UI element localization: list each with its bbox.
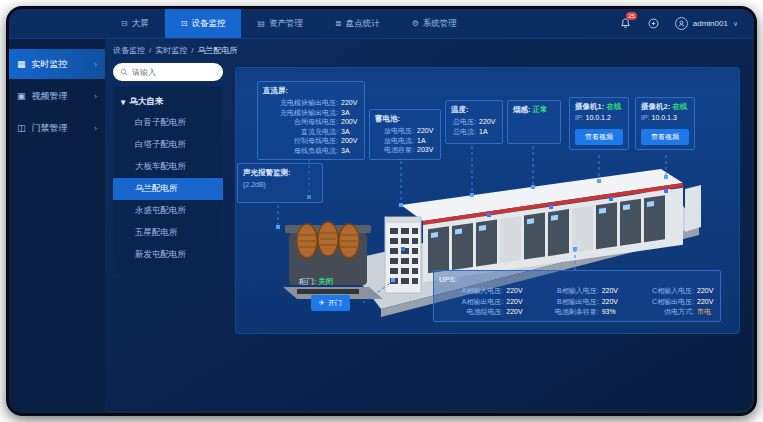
settings-icon: ⚙ (412, 20, 419, 28)
smoke-status: 正常 (533, 105, 548, 114)
search-box[interactable] (113, 63, 223, 81)
username: admin001 (693, 19, 728, 28)
sidebar-item-label: 门禁管理 (32, 122, 68, 135)
camera-1-callout: 摄像机1: 在线IP: 10.0.1.2查看视频 (569, 97, 629, 150)
nav-menu: ⊟大屏⊡设备监控▤资产管理≣盘点统计⚙系统管理 (105, 9, 473, 38)
breadcrumb-item-0[interactable]: 设备监控 (113, 45, 145, 56)
chevron-right-icon: › (94, 60, 97, 69)
door-status: 柜门: 关闭 (299, 277, 333, 287)
navbar-tools: 25 admin001 ∨ (619, 9, 754, 38)
nav-item-1[interactable]: ⊡设备监控 (165, 9, 242, 38)
breadcrumb: 设备监控/实时监控/乌兰配电所 (105, 39, 754, 61)
sidebar-item-0[interactable]: ▦实时监控› (9, 49, 105, 79)
search-input[interactable] (132, 68, 212, 77)
breadcrumb-item-2[interactable]: 乌兰配电所 (197, 45, 237, 56)
metric-row: 总电流:1A (451, 127, 497, 137)
metric-row: B相输出电压:220V (534, 297, 619, 307)
nav-item-label: 资产管理 (269, 18, 303, 30)
breadcrumb-separator: / (191, 46, 193, 55)
sound-alarm-callout: 声光报警监测: (2.2dB) (237, 163, 323, 203)
fullscreen-icon[interactable] (647, 17, 661, 31)
tree-item-0[interactable]: 白音子配电所 (113, 112, 223, 134)
camera-status: 在线 (672, 102, 687, 111)
view-video-button[interactable]: 查看视频 (575, 129, 623, 145)
metric-row: A相输入电压:220V (439, 286, 524, 296)
tree-expand-icon: ▾ (121, 97, 125, 107)
tree-item-5[interactable]: 五星配电所 (113, 222, 223, 244)
nav-item-label: 盘点统计 (346, 18, 380, 30)
chevron-right-icon: › (94, 124, 97, 133)
battery-rows: 放电电压:220V放电电流:1A电池容量:203V (375, 126, 435, 155)
notification-badge: 25 (626, 12, 638, 20)
temperature-title: 温度: (451, 105, 497, 115)
metric-row: 放电电流:1A (375, 136, 435, 146)
realtime-monitor-icon: ▦ (17, 59, 26, 69)
metric-row: A相输出电压:220V (439, 297, 524, 307)
metric-row: 放电电压:220V (375, 126, 435, 136)
camera-ip: IP: 10.0.1.3 (641, 114, 689, 121)
metric-row: 充电模块输出电压:220V (263, 98, 359, 108)
metric-row: C相输入电压:220V (630, 286, 715, 296)
metric-row: 合闸母线电压:200V (263, 117, 359, 127)
nav-item-label: 设备监控 (191, 18, 225, 30)
tree-item-4[interactable]: 永盛屯配电所 (113, 200, 223, 222)
nav-item-2[interactable]: ▤资产管理 (241, 9, 319, 38)
metric-row: 电池剩余容量:93% (534, 307, 619, 317)
main-wrap: 直流屏: 充电模块输出电压:220V充电模块输出电流:3A合闸母线电压:200V… (229, 61, 754, 413)
camera-status: 在线 (606, 102, 621, 111)
view-video-button[interactable]: 查看视频 (641, 129, 689, 145)
tree-parent-node[interactable]: ▾ 乌大自来 (113, 92, 223, 112)
search-icon (120, 68, 128, 76)
camera-ip: IP: 10.0.1.2 (575, 114, 623, 121)
dc-panel-rows: 充电模块输出电压:220V充电模块输出电流:3A合闸母线电压:200V直流充电流… (263, 98, 359, 155)
metric-row: C相输出电压:220V (630, 297, 715, 307)
tree-item-6[interactable]: 新发屯配电所 (113, 244, 223, 266)
person-icon (677, 19, 686, 28)
smoke-detector-callout: 烟感: 正常 (507, 100, 561, 144)
avatar (675, 17, 688, 30)
nav-item-3[interactable]: ≣盘点统计 (319, 9, 396, 38)
metric-row: B相输入电压:220V (534, 286, 619, 296)
monitoring-panel: 直流屏: 充电模块输出电压:220V充电模块输出电流:3A合闸母线电压:200V… (235, 67, 740, 334)
open-door-button[interactable]: ✈ 开门 (311, 295, 350, 311)
metric-row: 直流充电流:3A (263, 127, 359, 137)
camera-2-callout: 摄像机2: 在线IP: 10.0.1.3查看视频 (635, 97, 695, 150)
metric-row: 充电模块输出电流:3A (263, 108, 359, 118)
notification-bell-icon[interactable]: 25 (619, 17, 633, 31)
metric-row: 电池容量:203V (375, 145, 435, 155)
tree-item-3[interactable]: 乌兰配电所 (113, 178, 223, 200)
sidebar-item-label: 实时监控 (32, 58, 68, 71)
tree-children: 白音子配电所白塔子配电所大板车配电所乌兰配电所永盛屯配电所五星配电所新发屯配电所 (113, 112, 223, 266)
nav-item-label: 系统管理 (423, 18, 457, 30)
fullscreen-glyph (648, 18, 659, 29)
bell-icon (620, 18, 631, 29)
metric-row: 控制母线电压:200V (263, 136, 359, 146)
battery-title: 蓄电池: (375, 114, 435, 124)
asset-icon: ▤ (257, 20, 265, 28)
nav-item-4[interactable]: ⚙系统管理 (396, 9, 473, 38)
nav-item-0[interactable]: ⊟大屏 (105, 9, 165, 38)
top-navbar: ⊟大屏⊡设备监控▤资产管理≣盘点统计⚙系统管理 25 (9, 9, 754, 39)
temperature-rows: 总电压:220V总电流:1A (451, 117, 497, 136)
smoke-title: 烟感: 正常 (513, 105, 555, 115)
metric-row: 总电压:220V (451, 117, 497, 127)
chevron-down-icon: ∨ (733, 20, 738, 28)
tree-item-2[interactable]: 大板车配电所 (113, 156, 223, 178)
sound-alarm-value: (2.2dB) (243, 180, 317, 190)
screen-icon: ⊟ (121, 20, 128, 28)
user-menu[interactable]: admin001 ∨ (675, 17, 738, 30)
video-manage-icon: ▣ (17, 91, 26, 101)
app-window: ⊟大屏⊡设备监控▤资产管理≣盘点统计⚙系统管理 25 (6, 6, 757, 416)
sidebar-item-label: 视频管理 (32, 90, 68, 103)
door-status-value: 关闭 (318, 277, 333, 286)
door-access-icon: ◫ (17, 123, 26, 133)
open-door-icon: ✈ (319, 299, 325, 307)
sidebar-item-2[interactable]: ◫门禁管理› (9, 113, 105, 143)
breadcrumb-separator: / (149, 46, 151, 55)
dc-panel-callout: 直流屏: 充电模块输出电压:220V充电模块输出电流:3A合闸母线电压:200V… (257, 81, 365, 160)
metric-row: 母线负载电流:3A (263, 146, 359, 156)
ups-title: UPS: (439, 275, 715, 284)
tree-item-1[interactable]: 白塔子配电所 (113, 134, 223, 156)
sidebar-item-1[interactable]: ▣视频管理› (9, 81, 105, 111)
breadcrumb-item-1[interactable]: 实时监控 (155, 45, 187, 56)
